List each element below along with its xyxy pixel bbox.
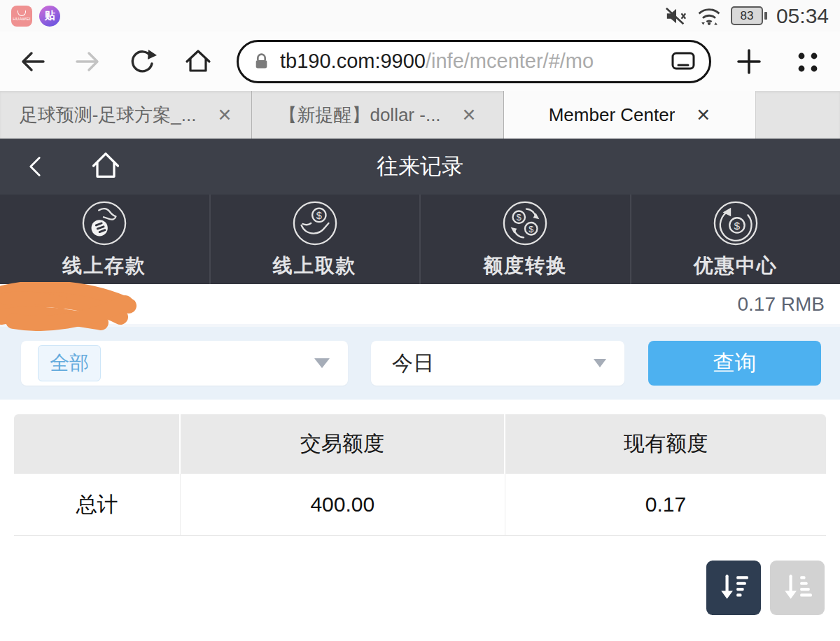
sort-ascending-button[interactable] bbox=[770, 561, 825, 615]
sort-ascending-icon bbox=[781, 572, 813, 604]
url-domain: tb190.com:9900 bbox=[280, 50, 426, 72]
page-header: 往来记录 bbox=[0, 139, 840, 195]
forward-icon[interactable] bbox=[73, 47, 102, 76]
huawei-appgallery-icon: HUAWEI bbox=[11, 6, 32, 27]
username-scribble-redaction bbox=[0, 282, 146, 334]
browser-toolbar: tb190.com:9900/infe/mcenter/#/mo bbox=[0, 31, 840, 91]
total-transaction-value: 400.00 bbox=[181, 474, 505, 536]
svg-text:$: $ bbox=[528, 224, 533, 234]
lock-icon bbox=[253, 52, 270, 71]
svg-text:$: $ bbox=[316, 209, 322, 220]
tab-member-center[interactable]: Member Center ✕ bbox=[504, 91, 756, 139]
battery-icon: 83 bbox=[731, 6, 767, 25]
tab-football-predict[interactable]: 足球预测-足球方案_... ✕ bbox=[0, 91, 252, 139]
mute-icon bbox=[665, 6, 687, 27]
tabs-menu-icon[interactable] bbox=[794, 48, 822, 76]
sort-descending-button[interactable] bbox=[706, 561, 761, 615]
menu-item-promo-center[interactable]: $ 优惠中心 bbox=[631, 195, 840, 284]
tab-label: 【新提醒】dollar -... bbox=[279, 103, 440, 127]
account-balance: 0.17 RMB bbox=[738, 293, 825, 316]
query-button[interactable]: 查询 bbox=[648, 341, 821, 386]
tab-new-alert-dollar[interactable]: 【新提醒】dollar -... ✕ bbox=[252, 91, 504, 139]
menu-label: 优惠中心 bbox=[694, 253, 778, 279]
url-bar[interactable]: tb190.com:9900/infe/mcenter/#/mo bbox=[237, 40, 711, 83]
date-filter-value: 今日 bbox=[392, 349, 434, 378]
status-bar: HUAWEI 贴 83 05:34 bbox=[0, 0, 840, 31]
total-current-value: 0.17 bbox=[505, 474, 826, 536]
url-text[interactable]: tb190.com:9900/infe/mcenter/#/mo bbox=[280, 50, 662, 73]
appgallery-bag-glyph bbox=[18, 10, 26, 16]
exchange-coins-icon: $$ bbox=[502, 200, 548, 246]
status-time: 05:34 bbox=[776, 4, 829, 28]
home-icon[interactable] bbox=[182, 46, 214, 77]
tieba-label: 贴 bbox=[45, 9, 55, 22]
sort-controls bbox=[15, 561, 825, 615]
date-filter-dropdown[interactable]: 今日 bbox=[371, 341, 624, 386]
header-empty bbox=[14, 414, 181, 474]
nav-home-icon[interactable] bbox=[88, 149, 123, 183]
new-tab-plus-icon[interactable] bbox=[735, 48, 763, 76]
back-icon[interactable] bbox=[18, 47, 48, 76]
wifi-icon bbox=[696, 5, 722, 27]
table-header-row: 交易额度 现有额度 bbox=[14, 414, 826, 474]
header-current-amount: 现有额度 bbox=[505, 414, 826, 474]
url-path: /infe/mcenter/#/mo bbox=[426, 50, 594, 72]
summary-table: 交易额度 现有额度 总计 400.00 0.17 bbox=[14, 414, 826, 536]
type-filter-value: 全部 bbox=[38, 345, 101, 381]
promo-coin-cycle-icon: $ bbox=[713, 200, 759, 246]
tab-strip: 足球预测-足球方案_... ✕ 【新提醒】dollar -... ✕ Membe… bbox=[0, 91, 840, 139]
close-icon[interactable]: ✕ bbox=[696, 105, 710, 125]
appgallery-label: HUAWEI bbox=[13, 17, 31, 21]
withdraw-hand-coin-icon: $ bbox=[292, 200, 338, 246]
table-row-total: 总计 400.00 0.17 bbox=[14, 474, 826, 536]
nav-back-icon[interactable] bbox=[25, 151, 45, 182]
deposit-hand-cash-icon bbox=[81, 200, 127, 246]
header-transaction-amount: 交易额度 bbox=[181, 414, 505, 474]
sort-descending-icon bbox=[718, 572, 750, 604]
chevron-down-icon bbox=[594, 359, 606, 367]
status-indicators: 83 05:34 bbox=[665, 4, 829, 28]
menu-item-quota-transfer[interactable]: $$ 额度转换 bbox=[421, 195, 631, 284]
tieba-icon: 贴 bbox=[39, 6, 60, 27]
total-label: 总计 bbox=[14, 474, 181, 536]
chevron-down-icon bbox=[314, 358, 330, 368]
svg-text:$: $ bbox=[734, 219, 740, 231]
tab-label: Member Center bbox=[549, 104, 676, 126]
battery-nub bbox=[764, 12, 767, 20]
menu-label: 线上存款 bbox=[62, 253, 146, 279]
filter-bar: 全部 今日 查询 bbox=[0, 327, 840, 400]
tab-label: 足球预测-足球方案_... bbox=[20, 103, 197, 127]
menu-label: 额度转换 bbox=[483, 253, 567, 279]
desktop-site-icon[interactable] bbox=[671, 51, 695, 72]
refresh-icon[interactable] bbox=[127, 47, 157, 76]
status-app-icons: HUAWEI 贴 bbox=[11, 6, 60, 27]
battery-level: 83 bbox=[731, 6, 763, 25]
menu-item-online-withdraw[interactable]: $ 线上取款 bbox=[211, 195, 421, 284]
menu-item-online-deposit[interactable]: 线上存款 bbox=[0, 195, 211, 284]
quick-menu: 线上存款 $ 线上取款 $$ 额度转换 $ 优惠中心 bbox=[0, 195, 840, 284]
close-icon[interactable]: ✕ bbox=[217, 105, 232, 125]
tab-strip-filler bbox=[756, 91, 840, 139]
close-icon[interactable]: ✕ bbox=[462, 105, 477, 125]
page-title: 往来记录 bbox=[377, 152, 463, 181]
svg-text:$: $ bbox=[517, 213, 522, 223]
type-filter-dropdown[interactable]: 全部 bbox=[21, 341, 348, 386]
menu-label: 线上取款 bbox=[273, 253, 357, 279]
account-row: 0.17 RMB bbox=[0, 284, 840, 327]
